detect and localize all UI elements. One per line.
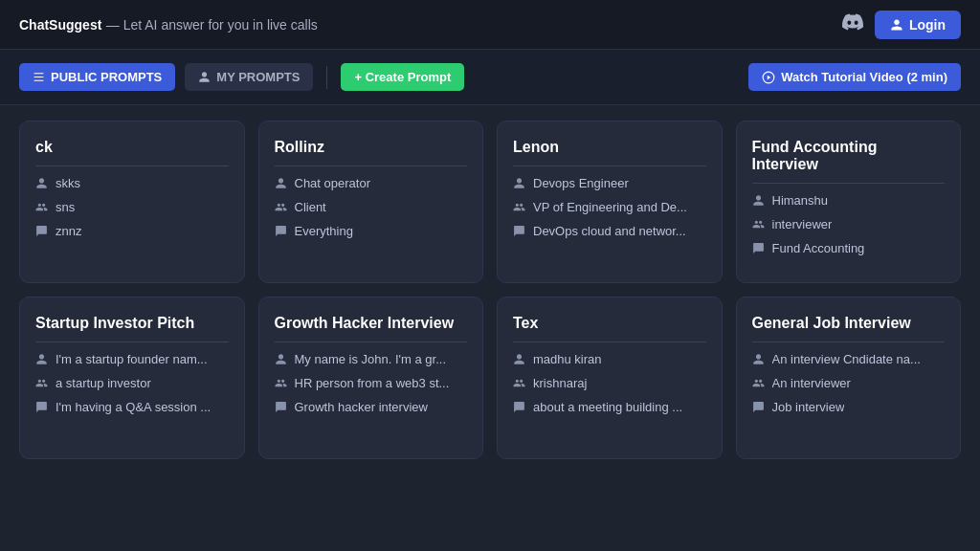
card-person2-growth-hacker-interview: HR person from a web3 st... [275, 376, 468, 392]
person1-icon-rollinz [275, 177, 287, 192]
toolbar: PUBLIC PROMPTS MY PROMPTS + Create Promp… [0, 50, 980, 105]
card-person1-tex: madhu kiran [513, 352, 706, 368]
card-person1-ck: skks [35, 176, 229, 192]
person1-icon-general-job-interview [752, 353, 765, 368]
login-button[interactable]: Login [875, 11, 961, 39]
card-general-job-interview[interactable]: General Job Interview An interview Cndid… [736, 297, 962, 459]
public-prompts-tab[interactable]: PUBLIC PROMPTS [19, 63, 175, 91]
card-person2-ck: sns [35, 200, 229, 216]
card-person1-text-lenon: Devops Engineer [533, 176, 629, 190]
card-tex[interactable]: Tex madhu kiran krishnaraj about a meeti… [497, 297, 723, 459]
chat-icon-lenon [513, 225, 525, 240]
card-ck[interactable]: ck skks sns znnz [19, 121, 245, 283]
card-person2-text-fund-accounting-interview: interviewer [772, 217, 833, 231]
toolbar-divider [326, 66, 327, 89]
card-lenon[interactable]: Lenon Devops Engineer VP of Engineering … [497, 121, 723, 283]
svg-marker-1 [768, 75, 771, 79]
card-topic-text-ck: znnz [56, 224, 81, 238]
card-growth-hacker-interview[interactable]: Growth Hacker Interview My name is John.… [258, 297, 484, 459]
card-topic-rollinz: Everything [275, 224, 468, 240]
chat-icon-rollinz [275, 225, 287, 240]
person2-icon-fund-accounting-interview [752, 218, 765, 233]
chat-icon-ck [35, 225, 48, 240]
card-topic-text-tex: about a meeting building ... [533, 400, 682, 414]
card-title-fund-accounting-interview: Fund Accounting Interview [752, 139, 946, 184]
card-topic-text-rollinz: Everything [295, 224, 353, 238]
person2-icon-ck [35, 201, 48, 216]
watch-tutorial-button[interactable]: Watch Tutorial Video (2 min) [748, 63, 961, 91]
card-topic-general-job-interview: Job interview [752, 400, 946, 416]
card-title-rollinz: Rollinz [275, 139, 468, 166]
card-title-tex: Tex [513, 315, 706, 342]
person2-icon-startup-investor-pitch [35, 377, 48, 392]
card-person2-text-rollinz: Client [295, 200, 326, 214]
card-person1-startup-investor-pitch: I'm a startup founder nam... [35, 352, 229, 368]
card-person1-text-tex: madhu kiran [533, 352, 602, 366]
card-person1-text-ck: skks [56, 176, 80, 190]
card-topic-growth-hacker-interview: Growth hacker interview [275, 400, 468, 416]
card-person1-text-startup-investor-pitch: I'm a startup founder nam... [56, 352, 208, 366]
card-person1-text-growth-hacker-interview: My name is John. I'm a gr... [295, 352, 447, 366]
card-rollinz[interactable]: Rollinz Chat operator Client Everything [258, 121, 484, 283]
chat-icon-growth-hacker-interview [275, 401, 287, 416]
card-fund-accounting-interview[interactable]: Fund Accounting Interview Himanshu inter… [736, 121, 962, 283]
card-title-startup-investor-pitch: Startup Investor Pitch [35, 315, 229, 342]
my-prompts-tab[interactable]: MY PROMPTS [185, 63, 313, 91]
create-prompt-button[interactable]: + Create Prompt [341, 63, 464, 91]
card-topic-lenon: DevOps cloud and networ... [513, 224, 706, 240]
person1-icon-tex [513, 353, 525, 368]
person1-icon-startup-investor-pitch [35, 353, 48, 368]
card-person1-rollinz: Chat operator [275, 176, 468, 192]
card-person2-text-tex: krishnaraj [533, 376, 587, 390]
card-topic-tex: about a meeting building ... [513, 400, 706, 416]
card-person2-rollinz: Client [275, 200, 468, 216]
card-person1-general-job-interview: An interview Cndidate na... [752, 352, 946, 368]
person1-icon-lenon [513, 177, 525, 192]
chat-icon-tex [513, 401, 525, 416]
card-topic-startup-investor-pitch: I'm having a Q&A session ... [35, 400, 229, 416]
person2-icon-growth-hacker-interview [275, 377, 287, 392]
person2-icon-lenon [513, 201, 525, 216]
card-person2-tex: krishnaraj [513, 376, 706, 392]
app-header: ChatSuggest — Let AI answer for you in l… [0, 0, 980, 50]
person1-icon-ck [35, 177, 48, 192]
card-person2-text-general-job-interview: An interviewer [772, 376, 851, 390]
person2-icon-rollinz [275, 201, 287, 216]
card-topic-text-general-job-interview: Job interview [772, 400, 845, 414]
person1-icon-fund-accounting-interview [752, 194, 765, 209]
card-person1-growth-hacker-interview: My name is John. I'm a gr... [275, 352, 468, 368]
chat-icon-startup-investor-pitch [35, 401, 48, 416]
card-title-general-job-interview: General Job Interview [752, 315, 946, 342]
card-person2-lenon: VP of Engineering and De... [513, 200, 706, 216]
card-topic-text-fund-accounting-interview: Fund Accounting [772, 241, 865, 255]
card-person2-startup-investor-pitch: a startup investor [35, 376, 229, 392]
card-person2-text-startup-investor-pitch: a startup investor [56, 376, 151, 390]
card-person2-text-growth-hacker-interview: HR person from a web3 st... [295, 376, 450, 390]
card-person2-text-ck: sns [56, 200, 75, 214]
card-title-growth-hacker-interview: Growth Hacker Interview [275, 315, 468, 342]
card-person1-text-fund-accounting-interview: Himanshu [772, 193, 829, 208]
card-title-lenon: Lenon [513, 139, 706, 166]
card-person2-fund-accounting-interview: interviewer [752, 217, 946, 233]
card-startup-investor-pitch[interactable]: Startup Investor Pitch I'm a startup fou… [19, 297, 245, 459]
card-topic-text-startup-investor-pitch: I'm having a Q&A session ... [56, 400, 211, 414]
card-topic-text-lenon: DevOps cloud and networ... [533, 224, 686, 238]
card-title-ck: ck [35, 139, 229, 166]
cards-grid: ck skks sns znnz Rollinz Chat operator [0, 105, 980, 474]
card-person1-fund-accounting-interview: Himanshu [752, 193, 946, 209]
chat-icon-general-job-interview [752, 401, 765, 416]
app-logo: ChatSuggest — Let AI answer for you in l… [19, 16, 318, 33]
card-topic-text-growth-hacker-interview: Growth hacker interview [295, 400, 428, 414]
app-tagline: — Let AI answer for you in live calls [106, 17, 318, 33]
card-topic-ck: znnz [35, 224, 229, 240]
discord-icon[interactable] [842, 11, 863, 37]
card-person2-text-lenon: VP of Engineering and De... [533, 200, 687, 214]
card-person2-general-job-interview: An interviewer [752, 376, 946, 392]
person2-icon-general-job-interview [752, 377, 765, 392]
chat-icon-fund-accounting-interview [752, 242, 765, 257]
card-person1-text-rollinz: Chat operator [295, 176, 371, 190]
header-right: Login [842, 11, 961, 39]
card-topic-fund-accounting-interview: Fund Accounting [752, 241, 946, 257]
person2-icon-tex [513, 377, 525, 392]
card-person1-lenon: Devops Engineer [513, 176, 706, 192]
